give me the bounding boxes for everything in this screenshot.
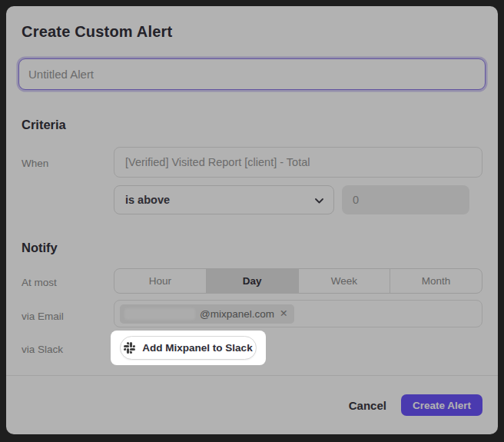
tour-dim-overlay (0, 0, 504, 442)
slack-icon (124, 342, 135, 354)
add-mixpanel-to-slack-button[interactable]: Add Mixpanel to Slack (120, 336, 257, 360)
slack-button-spotlight: Add Mixpanel to Slack (111, 331, 266, 365)
slack-button-label: Add Mixpanel to Slack (142, 342, 252, 354)
